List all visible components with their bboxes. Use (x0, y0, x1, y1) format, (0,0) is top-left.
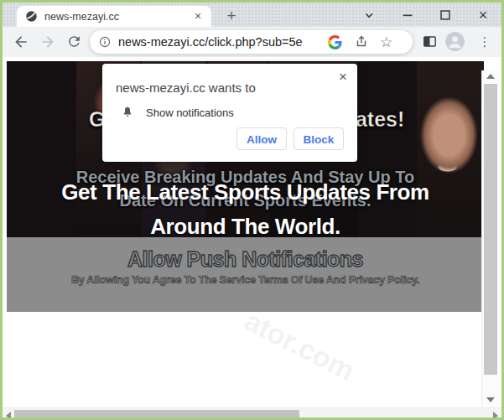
dialog-title: news-mezayi.cc wants to (116, 80, 344, 95)
horizontal-scrollbar-thumb[interactable] (14, 410, 299, 418)
tab-search-chevron-icon[interactable] (358, 4, 380, 25)
side-panel-icon[interactable] (422, 34, 438, 53)
notification-permission-dialog: × news-mezayi.cc wants to Show notificat… (102, 64, 357, 162)
block-button[interactable]: Block (294, 127, 344, 150)
tab-title: news-mezayi.cc (44, 11, 191, 23)
window-inner: news-mezayi.cc × + × (3, 3, 501, 417)
browser-tab[interactable]: news-mezayi.cc × (17, 6, 211, 27)
google-g-icon[interactable] (328, 35, 342, 49)
browser-toolbar: news-mezayi.cc/click.php?sub=5e ☆ (3, 27, 501, 57)
push-notification-banner: Allow Push Notifications By Allowing You… (7, 237, 484, 312)
bookmark-star-icon[interactable]: ☆ (380, 35, 392, 49)
baked-headline-fragment-right: lates! (350, 107, 404, 132)
back-button[interactable] (13, 34, 29, 50)
page-headline: Get The Latest Sports Updates From Aroun… (3, 175, 488, 244)
scroll-right-arrow-icon[interactable] (493, 412, 498, 420)
scroll-left-arrow-icon[interactable] (6, 412, 11, 420)
tab-close-icon[interactable]: × (191, 10, 205, 23)
minimize-button[interactable] (397, 4, 418, 25)
window-close-button[interactable]: × (472, 4, 494, 25)
banner-title: Allow Push Notifications (7, 247, 484, 272)
maximize-button[interactable] (434, 4, 456, 25)
headline-line2: Around The World. (3, 210, 488, 244)
banner-subtitle: By Allowing You Agree To The Service Ter… (7, 274, 484, 286)
allow-button[interactable]: Allow (236, 127, 287, 150)
scroll-down-arrow-icon[interactable] (486, 397, 495, 402)
permission-label: Show notifications (146, 106, 234, 119)
reload-button[interactable] (66, 34, 83, 50)
browser-window: news-mezayi.cc × + × (0, 0, 504, 420)
watermark-fragment: ator.com (239, 304, 360, 387)
url-text[interactable]: news-mezayi.cc/click.php?sub=5e (118, 35, 320, 49)
site-favicon-globe-icon (25, 10, 38, 23)
tab-strip: news-mezayi.cc × + × (3, 3, 501, 27)
page-content: G lates! Receive Breaking Updates And St… (3, 57, 501, 417)
headline-line1: Get The Latest Sports Updates From (3, 175, 488, 210)
page-info-icon[interactable] (98, 35, 112, 49)
dialog-close-icon[interactable]: × (339, 70, 347, 85)
bell-icon (121, 106, 134, 119)
share-icon[interactable] (354, 34, 369, 49)
dialog-buttons: Allow Block (236, 127, 344, 150)
horizontal-scrollbar[interactable] (3, 407, 501, 419)
window-close-icon: × (479, 8, 488, 23)
permission-row: Show notifications (121, 106, 344, 119)
avatar[interactable] (445, 32, 465, 51)
menu-dots-icon[interactable]: ⋮ (478, 33, 491, 50)
scroll-up-arrow-icon[interactable] (486, 74, 495, 79)
address-bar[interactable]: news-mezayi.cc/click.php?sub=5e ☆ (90, 30, 413, 54)
forward-button[interactable] (39, 34, 56, 50)
new-tab-button[interactable]: + (222, 7, 241, 25)
